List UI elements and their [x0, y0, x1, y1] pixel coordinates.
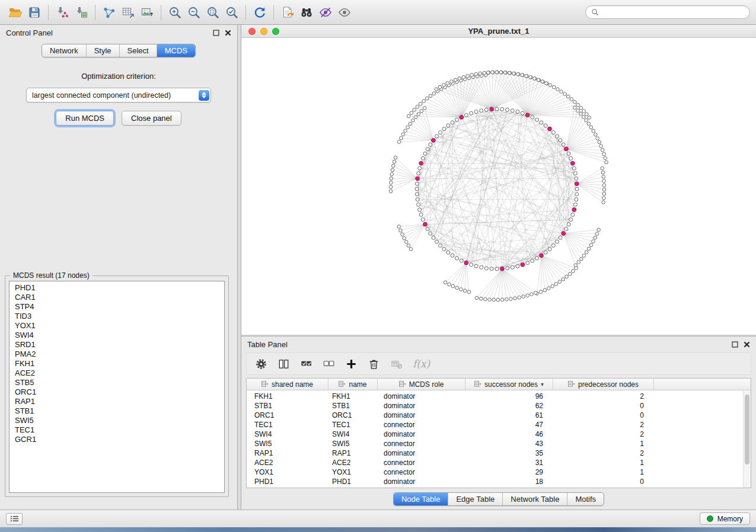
table-cell[interactable]: dominator	[378, 411, 465, 419]
table-tab-edge-table[interactable]: Edge Table	[448, 493, 502, 505]
new-network-button[interactable]	[100, 3, 119, 22]
table-tab-node-table[interactable]: Node Table	[394, 493, 448, 505]
table-cell[interactable]: connector	[378, 440, 465, 448]
table-cell[interactable]: FKH1	[247, 392, 328, 400]
table-row[interactable]: ORC1ORC1dominator610	[247, 411, 751, 420]
mcds-result-item[interactable]: STP4	[9, 302, 224, 312]
table-cell[interactable]: YOX1	[328, 468, 378, 476]
close-window-icon[interactable]	[248, 28, 256, 35]
column-header-name[interactable]: name	[328, 379, 378, 390]
table-cell[interactable]: SWI4	[328, 430, 378, 438]
table-cell[interactable]: 31	[465, 459, 553, 467]
show-columns-button[interactable]	[277, 358, 290, 370]
table-row[interactable]: TEC1TEC1connector472	[247, 420, 751, 430]
mcds-result-item[interactable]: STB1	[9, 406, 224, 416]
table-cell[interactable]: RAP1	[328, 449, 378, 457]
float-panel-icon[interactable]	[213, 30, 219, 36]
tab-select[interactable]: Select	[119, 44, 157, 57]
search-input[interactable]	[602, 8, 744, 17]
column-header-successor-nodes[interactable]: successor nodes▾	[465, 379, 553, 390]
zoom-out-button[interactable]	[184, 3, 203, 22]
maximize-window-icon[interactable]	[272, 28, 279, 35]
mcds-result-item[interactable]: ACE2	[9, 368, 224, 378]
add-column-button[interactable]	[345, 358, 358, 370]
mcds-result-list[interactable]: PHD1CAR1STP4TID3YOX1SWI4SRD1PMA2FKH1ACE2…	[9, 281, 225, 493]
table-cell[interactable]: 61	[465, 411, 553, 419]
table-cell[interactable]: connector	[378, 459, 465, 467]
table-cell[interactable]: 0	[553, 477, 654, 486]
mcds-result-item[interactable]: TEC1	[9, 425, 224, 435]
table-cell[interactable]: dominator	[378, 402, 465, 410]
table-cell[interactable]: dominator	[378, 392, 465, 400]
table-cell[interactable]: TEC1	[328, 421, 378, 429]
table-cell[interactable]: ORC1	[328, 411, 378, 419]
search-box[interactable]	[585, 5, 750, 19]
table-cell[interactable]: PHD1	[247, 477, 328, 486]
export-image-button[interactable]	[138, 3, 157, 22]
table-cell[interactable]: RAP1	[247, 449, 328, 457]
save-button[interactable]	[25, 3, 44, 22]
table-cell[interactable]: 29	[465, 468, 553, 476]
table-cell[interactable]: dominator	[378, 477, 465, 486]
zoom-selected-button[interactable]	[222, 3, 241, 22]
column-header-predecessor-nodes[interactable]: predecessor nodes	[553, 379, 654, 390]
column-header-shared-name[interactable]: shared name	[247, 379, 328, 390]
table-cell[interactable]: 62	[465, 402, 553, 410]
table-cell[interactable]: STB1	[247, 402, 328, 410]
table-cell[interactable]: connector	[378, 421, 465, 429]
table-cell[interactable]: ORC1	[247, 411, 328, 419]
table-tab-motifs[interactable]: Motifs	[567, 493, 604, 505]
table-scrollbar[interactable]	[743, 391, 751, 488]
mcds-result-item[interactable]: GCR1	[9, 435, 224, 444]
zoom-fit-button[interactable]	[203, 3, 222, 22]
close-panel-icon[interactable]	[225, 30, 231, 36]
table-row[interactable]: RAP1RAP1dominator352	[247, 448, 751, 458]
table-row[interactable]: FKH1FKH1dominator962	[247, 392, 751, 401]
network-table-button[interactable]	[119, 3, 138, 22]
import-table-button[interactable]	[72, 3, 91, 22]
memory-button[interactable]: Memory	[700, 512, 750, 525]
table-cell[interactable]: 0	[553, 402, 654, 410]
mcds-result-item[interactable]: SWI5	[9, 416, 224, 425]
table-cell[interactable]: connector	[378, 468, 465, 476]
mcds-result-item[interactable]: SWI4	[9, 331, 224, 340]
table-settings-button[interactable]	[255, 358, 267, 370]
table-cell[interactable]: 43	[465, 440, 553, 448]
table-cell[interactable]: ACE2	[328, 459, 378, 467]
table-cell[interactable]: STB1	[328, 402, 378, 410]
mcds-result-item[interactable]: SRD1	[9, 340, 224, 350]
import-network-button[interactable]	[53, 3, 72, 22]
table-cell[interactable]: 35	[465, 449, 553, 457]
table-cell[interactable]: YOX1	[247, 468, 328, 476]
table-cell[interactable]: dominator	[378, 449, 465, 457]
mcds-result-item[interactable]: ORC1	[9, 387, 224, 397]
function-builder-button[interactable]: f(x)	[413, 358, 430, 370]
table-cell[interactable]: 2	[553, 421, 654, 429]
tab-style[interactable]: Style	[86, 44, 119, 57]
mcds-result-item[interactable]: CAR1	[9, 293, 224, 302]
table-cell[interactable]: 47	[465, 421, 553, 429]
table-cell[interactable]: FKH1	[328, 392, 378, 400]
table-cell[interactable]: PHD1	[328, 477, 378, 486]
table-cell[interactable]: TEC1	[247, 421, 328, 429]
table-cell[interactable]: 2	[553, 392, 654, 400]
table-cell[interactable]: 1	[553, 440, 654, 448]
table-cell[interactable]: 46	[465, 430, 553, 438]
close-panel-icon[interactable]	[744, 341, 750, 348]
table-row[interactable]: PHD1PHD1dominator180	[247, 477, 751, 486]
table-cell[interactable]: dominator	[378, 430, 465, 438]
network-window-titlebar[interactable]: YPA_prune.txt_1	[241, 25, 756, 38]
delete-column-button[interactable]	[368, 358, 380, 370]
mcds-result-item[interactable]: PHD1	[9, 283, 224, 293]
table-cell[interactable]: 1	[553, 459, 654, 467]
table-row[interactable]: SWI4SWI4dominator462	[247, 430, 751, 439]
table-row[interactable]: SWI5SWI5connector431	[247, 439, 751, 448]
table-cell[interactable]: 0	[553, 411, 654, 419]
mcds-result-item[interactable]: FKH1	[9, 359, 224, 368]
table-cell[interactable]: 96	[465, 392, 553, 400]
mcds-result-item[interactable]: YOX1	[9, 321, 224, 331]
refresh-button[interactable]	[250, 3, 269, 22]
zoom-in-button[interactable]	[165, 3, 184, 22]
table-cell[interactable]: 2	[553, 449, 654, 457]
table-cell[interactable]: ACE2	[247, 459, 328, 467]
